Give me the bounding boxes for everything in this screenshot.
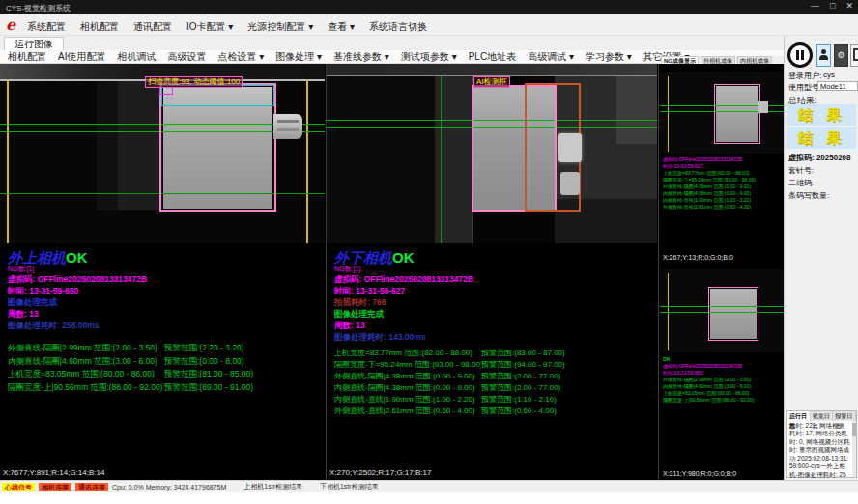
- thumbnail-image: [660, 269, 784, 352]
- menu-light-config[interactable]: 光源控制配置 ▾: [247, 20, 313, 34]
- camera-name: 外下相机: [334, 249, 392, 266]
- warn-range: 预警范围:(83.00 - 87.00): [481, 348, 565, 359]
- tool-test-params[interactable]: 测试项参数 ▾: [401, 50, 457, 64]
- camera-name: 外上相机: [8, 249, 66, 266]
- dark-region: [327, 76, 435, 243]
- measurement-row: 上机宽度=83.77mm 范围:(82.00 - 88.00)预警范围:(83.…: [334, 348, 644, 359]
- mini-line: 时间:13-31-59-627: [663, 163, 781, 170]
- cycle-count-line: 周数: 13: [8, 309, 317, 320]
- ng-thumbnail-top[interactable]: 虚拟码:OFFline2025020813313472B 时间:13-31-59…: [660, 64, 784, 264]
- measure-value: 外侧直线-隔圈|2.99mm 范围:(2.00 - 3.50): [8, 342, 164, 355]
- tool-plc-address[interactable]: PLC地址表: [469, 50, 516, 64]
- ai-box-label: AI检测框: [473, 76, 510, 88]
- ng-thumbnail-bottom[interactable]: OK 虚拟码:OFFline2025020813313472B 时间:13-31…: [660, 264, 784, 480]
- warn-range: 预警范围:(2.00 - 77.00): [481, 371, 560, 382]
- exit-button[interactable]: [850, 44, 858, 67]
- tool-ai-config[interactable]: AI使用配置: [58, 50, 105, 64]
- center-camera-panel: AI检测框 外下相机OK NG数:[1] 虚拟码: OFFline2025020…: [327, 64, 657, 480]
- cycle-count-line: 周数: 13: [334, 321, 644, 331]
- comm-connection-badge: 通讯连接: [75, 483, 108, 491]
- measure-value: 外侧直线-直线|2.61mm 范围:(0.60 - 4.00): [334, 406, 481, 417]
- connector-part: [758, 101, 768, 113]
- tab-alarm-log[interactable]: 报警日志: [833, 411, 856, 421]
- bottom-camera-result-text: 下相机1str检测结果: [320, 482, 379, 491]
- result-ok: OK: [66, 249, 88, 266]
- tab-run-image[interactable]: 运行图像: [4, 37, 64, 50]
- menu-system-config[interactable]: 系统配置: [27, 20, 66, 34]
- barcode-line: 虚拟码: OFFline2025020813313472B: [334, 274, 644, 285]
- center-pixel-coords: X:270;Y:2502;R:17;G:17;B:17: [329, 468, 431, 477]
- menu-comm-config[interactable]: 通讯配置: [133, 20, 172, 34]
- tool-camera-debug[interactable]: 相机调试: [117, 50, 156, 64]
- measurement-row: 内侧直线-隔圈|4.60mm 范围:(3.00 - 6.00)预警范围:(0.0…: [8, 355, 317, 369]
- tool-image-processing[interactable]: 图像处理 ▾: [275, 50, 322, 64]
- tool-spot-check[interactable]: 点检设置 ▾: [217, 50, 264, 64]
- warn-range: 预警范围:(0.60 - 4.00): [481, 406, 557, 417]
- measure-value: 内侧直线-隔圈|4.38mm 范围:(0.00 - 9.00): [334, 382, 481, 394]
- mini-line: 虚拟码:OFFline2025020813313472B: [663, 363, 781, 370]
- login-user-value: cys: [823, 70, 835, 79]
- tool-camera-config[interactable]: 相机配置: [8, 50, 46, 64]
- mini-line: 内侧直线-隔圈|4.38mm 范围:(0.00 - 9.00): [663, 190, 781, 197]
- green-vertical-line: [441, 76, 442, 243]
- left-camera-panel: 扫描高度:93, 动态阈值:100 外上相机OK NG数:[1] 虚拟码: OF…: [0, 64, 325, 480]
- menu-items: 系统配置 相机配置 通讯配置 IO卡配置 ▾ 光源控制配置 ▾ 查看 ▾ 系统语…: [27, 20, 427, 34]
- measurement-row: 外侧直线-隔圈|2.99mm 范围:(2.00 - 3.50)预警范围:(2.2…: [8, 342, 317, 355]
- heartbeat-badge: 心跳信号: [2, 483, 35, 491]
- photo-time-line: 拍照耗时: 766: [334, 297, 644, 308]
- left-result-info: 外上相机OK NG数:[1] 虚拟码: OFFline2025020813313…: [8, 249, 317, 394]
- pink-roi-frame: [714, 84, 760, 144]
- window-controls: — □ ✕: [811, 1, 853, 11]
- tool-baseline-params[interactable]: 基准线参数 ▾: [333, 50, 389, 64]
- warn-range: 预警范围:(81.00 - 85.00): [164, 368, 253, 381]
- done-line: 图像处理完成: [8, 297, 317, 308]
- warn-range: 预警范围:(2.20 - 3.20): [164, 342, 244, 355]
- measure-value: 内侧直线-直线|1.90mm 范围:(1.00 - 2.20): [334, 394, 481, 406]
- thumb-pixel-coords: X:267;Y:13;R:0;G:0;B:0: [663, 254, 733, 261]
- metal-highlight: [560, 172, 580, 195]
- panel-divider: [658, 64, 659, 480]
- center-result-info: 外下相机OK NG数:[1] 虚拟码: OFFline2025020813313…: [334, 249, 644, 417]
- log-tabs: 运行日志 视觉日志 报警日志: [787, 411, 856, 421]
- minimize-button[interactable]: —: [811, 1, 819, 11]
- mini-line: 外侧直线-隔圈|2.99mm 范围:(2.00 - 3.50): [663, 377, 781, 383]
- warn-range: 预警范围:(0.00 - 8.00): [164, 355, 244, 369]
- user-login-button[interactable]: [816, 44, 831, 67]
- ng-count: NG数:[1]: [8, 266, 317, 273]
- model-field[interactable]: Mode11: [817, 81, 858, 91]
- cyan-roi-frame: [161, 85, 274, 106]
- tool-advanced-settings[interactable]: 高级设置: [167, 50, 206, 64]
- machine-top-band: [327, 64, 657, 75]
- maximize-button[interactable]: □: [830, 1, 835, 11]
- tab-vision-log[interactable]: 视觉日志: [811, 411, 834, 421]
- close-button[interactable]: ✕: [845, 1, 853, 11]
- menu-camera-config[interactable]: 相机配置: [80, 20, 119, 34]
- menu-bar: e 系统配置 相机配置 通讯配置 IO卡配置 ▾ 光源控制配置 ▾ 查看 ▾ 系…: [0, 14, 858, 36]
- gear-icon: ⚙: [837, 50, 844, 60]
- mini-line: 上机宽度=83.05mm 范围:(80.00 - 86.00): [663, 390, 781, 397]
- mini-line: 隔圈宽度-上|90.56mm 范围:(88.00 - 92.00): [663, 397, 781, 404]
- barcode-write-count-label: 条码写数量:: [788, 190, 829, 201]
- settings-button[interactable]: ⚙: [834, 44, 848, 67]
- mini-line: 内侧直线-直线|1.90mm 范围:(1.00 - 2.20): [663, 197, 781, 204]
- menu-language[interactable]: 系统语言切换: [369, 20, 427, 34]
- window-title: CYS-视觉检测系统: [6, 3, 71, 14]
- left-camera-image[interactable]: 扫描高度:93, 动态阈值:100: [0, 64, 325, 243]
- log-scrollbar[interactable]: [852, 421, 856, 477]
- measurement-row: 外侧直线-隔圈|4.38mm 范围:(0.00 - 9.00)预警范围:(2.0…: [334, 371, 644, 382]
- top-camera-result-text: 上相机1str检测结果: [243, 482, 302, 491]
- center-camera-image[interactable]: AI检测框: [327, 64, 657, 243]
- measurement-rows: 外侧直线-隔圈|2.99mm 范围:(2.00 - 3.50)预警范围:(2.2…: [8, 342, 317, 394]
- qr-code-label: 二维码:: [788, 178, 814, 188]
- yellow-guide-line-right: [306, 79, 308, 243]
- process-time-line: 图像处理耗时: 258.00ms: [8, 321, 317, 331]
- tool-learning-params[interactable]: 学习参数 ▾: [586, 50, 632, 64]
- main-area: 扫描高度:93, 动态阈值:100 外上相机OK NG数:[1] 虚拟码: OF…: [0, 64, 784, 480]
- tool-advanced-debug[interactable]: 高级调试 ▾: [528, 50, 574, 64]
- menu-io-config[interactable]: IO卡配置 ▾: [186, 20, 233, 34]
- pause-button[interactable]: [787, 42, 813, 68]
- menu-view[interactable]: 查看 ▾: [328, 20, 355, 34]
- left-pixel-coords: X:7677;Y:891;R:14;G:14;B:14: [3, 468, 104, 477]
- connector-part: [273, 114, 302, 139]
- tab-run-log[interactable]: 运行日志: [787, 411, 811, 421]
